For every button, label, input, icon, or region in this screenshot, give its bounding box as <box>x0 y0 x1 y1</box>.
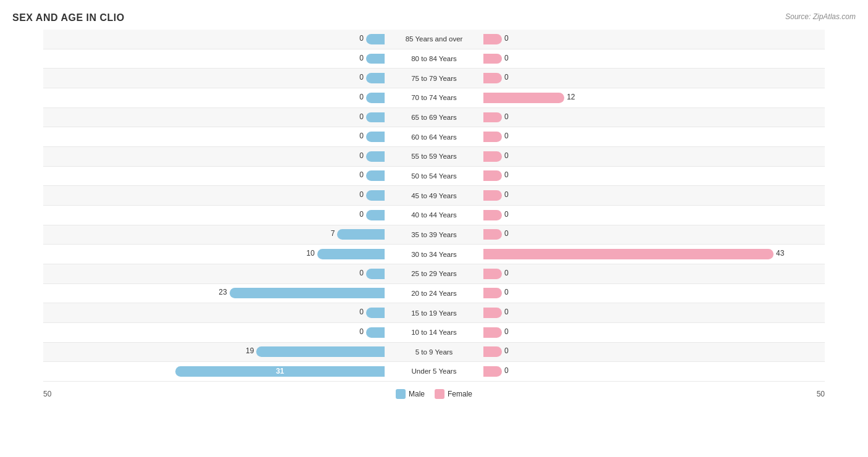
left-side: 0 <box>43 127 385 146</box>
male-value: 0 <box>359 132 364 140</box>
right-side: 0 <box>483 303 825 322</box>
female-value: 43 <box>776 249 784 258</box>
bar-row: 735 to 39 Years0 <box>43 225 825 245</box>
male-bar: 7 <box>337 229 385 240</box>
male-bar: 0 <box>366 54 385 64</box>
axis-right: 50 <box>817 390 825 398</box>
female-value: 0 <box>504 308 509 316</box>
female-value: 0 <box>504 73 509 82</box>
female-value: 0 <box>504 269 509 277</box>
age-label: 70 to 74 Years <box>385 94 483 101</box>
right-side: 43 <box>483 245 825 264</box>
female-value: 0 <box>504 170 509 179</box>
age-label: 5 to 9 Years <box>385 348 483 356</box>
right-side: 0 <box>483 225 825 245</box>
male-value: 7 <box>331 229 335 238</box>
male-swatch <box>396 389 406 399</box>
left-side: 0 <box>43 303 385 322</box>
bar-row: 080 to 84 Years0 <box>43 49 825 69</box>
male-value: 0 <box>359 73 364 82</box>
female-value: 0 <box>504 132 509 140</box>
bar-row: 075 to 79 Years0 <box>43 69 825 88</box>
female-bar: 0 <box>483 112 502 123</box>
female-bar: 0 <box>483 73 502 83</box>
male-bar: 19 <box>256 346 385 357</box>
male-value: 0 <box>359 210 364 219</box>
female-bar: 0 <box>483 190 502 201</box>
female-value: 0 <box>504 346 509 355</box>
female-swatch <box>435 389 444 399</box>
female-label: Female <box>448 390 472 398</box>
right-side: 0 <box>483 284 825 303</box>
female-bar: 12 <box>483 93 564 103</box>
female-value: 0 <box>504 112 509 121</box>
bar-row: 085 Years and over0 <box>43 30 825 49</box>
female-value: 0 <box>504 366 509 375</box>
right-side: 0 <box>483 127 825 146</box>
male-bar: 0 <box>366 112 385 123</box>
male-value: 0 <box>359 93 364 101</box>
left-side: 0 <box>43 264 385 283</box>
female-value: 12 <box>567 93 575 101</box>
left-side: 7 <box>43 225 385 245</box>
legend-female: Female <box>435 389 472 399</box>
right-side: 0 <box>483 206 825 225</box>
left-side: 19 <box>43 343 385 362</box>
bar-row: 070 to 74 Years12 <box>43 88 825 108</box>
female-bar: 0 <box>483 229 502 240</box>
bar-row: 1030 to 34 Years43 <box>43 245 825 264</box>
age-label: 65 to 69 Years <box>385 114 483 121</box>
bar-row: 040 to 44 Years0 <box>43 206 825 225</box>
bar-row: 050 to 54 Years0 <box>43 167 825 187</box>
age-label: 45 to 49 Years <box>385 192 483 199</box>
age-label: 75 to 79 Years <box>385 75 483 82</box>
chart-container: SEX AND AGE IN CLIO Source: ZipAtlas.com… <box>0 0 868 457</box>
female-bar: 0 <box>483 308 502 318</box>
male-bar: 0 <box>366 269 385 279</box>
female-bar: 43 <box>483 249 774 259</box>
left-side: 23 <box>43 284 385 303</box>
female-bar: 0 <box>483 151 502 162</box>
male-bar: 0 <box>366 327 385 338</box>
bar-row: 045 to 49 Years0 <box>43 186 825 206</box>
left-side: 0 <box>43 49 385 69</box>
male-value: 10 <box>306 249 314 258</box>
male-bar: 0 <box>366 93 385 103</box>
right-side: 0 <box>483 49 825 69</box>
female-value: 0 <box>504 327 509 336</box>
bar-row: 065 to 69 Years0 <box>43 108 825 128</box>
female-bar: 0 <box>483 269 502 279</box>
male-bar: 0 <box>366 73 385 83</box>
age-label: 25 to 29 Years <box>385 270 483 277</box>
left-side: 0 <box>43 69 385 88</box>
left-side: 0 <box>43 206 385 225</box>
male-bar: 0 <box>366 151 385 162</box>
chart-title: SEX AND AGE IN CLIO <box>12 12 856 23</box>
female-value: 0 <box>504 210 509 219</box>
left-side: 0 <box>43 88 385 107</box>
bar-row: 060 to 64 Years0 <box>43 127 825 147</box>
male-value: 0 <box>359 308 364 316</box>
left-side: 0 <box>43 108 385 127</box>
female-bar: 0 <box>483 170 502 181</box>
bar-row: 010 to 14 Years0 <box>43 323 825 343</box>
bar-row: 31Under 5 Years0 <box>43 362 825 382</box>
left-side: 0 <box>43 30 385 49</box>
male-value: 23 <box>219 288 227 296</box>
right-side: 0 <box>483 30 825 49</box>
male-value: 0 <box>359 112 364 121</box>
male-value: 0 <box>359 327 364 336</box>
bar-row: 195 to 9 Years0 <box>43 343 825 363</box>
male-value: 0 <box>359 54 364 62</box>
age-label: 60 to 64 Years <box>385 133 483 141</box>
age-label: 85 Years and over <box>385 35 483 43</box>
axis-left: 50 <box>43 390 51 398</box>
male-value: 0 <box>359 190 364 199</box>
male-bar: 31 <box>175 366 385 377</box>
male-bar: 10 <box>317 249 385 259</box>
female-bar: 0 <box>483 54 502 64</box>
rows-container: 085 Years and over0080 to 84 Years0075 t… <box>43 30 825 382</box>
right-side: 0 <box>483 323 825 342</box>
female-bar: 0 <box>483 288 502 298</box>
male-bar: 0 <box>366 308 385 318</box>
